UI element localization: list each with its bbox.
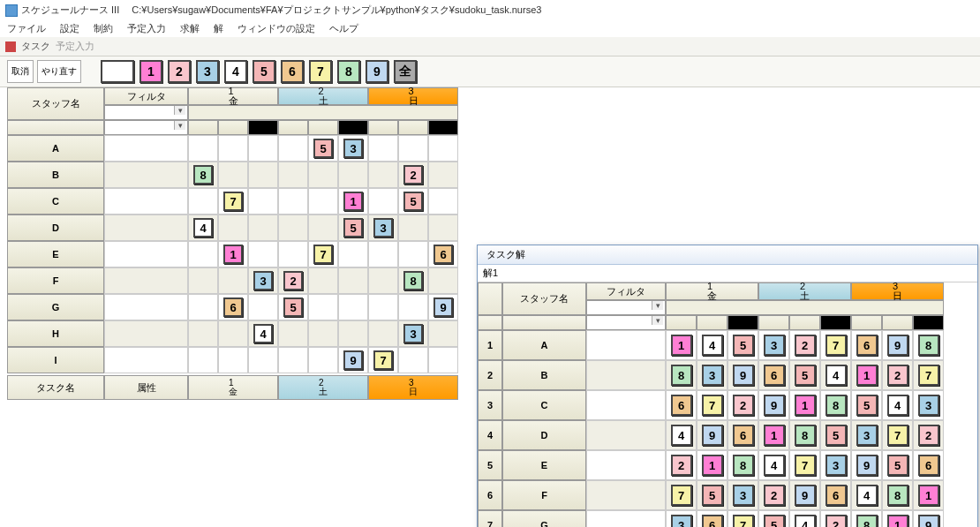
sol-cell-G-4[interactable]: 4	[789, 510, 820, 527]
cell-H-1[interactable]	[218, 320, 248, 347]
cell-C-6[interactable]	[368, 188, 398, 215]
row-filter-B[interactable]	[104, 162, 188, 188]
cell-H-2[interactable]: 4	[248, 320, 278, 347]
sol-cell-A-1[interactable]: 4	[697, 330, 727, 360]
cell-F-2[interactable]: 3	[248, 267, 278, 294]
sol-cell-G-3[interactable]: 5	[758, 510, 789, 527]
sol-row-filter-B[interactable]	[586, 360, 666, 390]
undo-button[interactable]: 取消	[7, 60, 34, 83]
sol-cell-E-7[interactable]: 5	[882, 450, 913, 480]
cell-F-6[interactable]	[368, 267, 398, 294]
sol-row-filter-D[interactable]	[586, 420, 666, 450]
sol-cell-B-2[interactable]: 9	[727, 360, 758, 390]
sol-cell-G-2[interactable]: 7	[727, 510, 758, 527]
cell-A-5[interactable]: 3	[338, 135, 368, 162]
cell-F-3[interactable]: 2	[278, 267, 308, 294]
sol-cell-F-1[interactable]: 5	[697, 480, 727, 510]
sol-cell-C-0[interactable]: 6	[666, 390, 697, 420]
sol-cell-F-2[interactable]: 3	[727, 480, 758, 510]
menu-2[interactable]: 制約	[94, 22, 113, 35]
cell-C-4[interactable]	[308, 188, 338, 215]
sol-row-filter-C[interactable]	[586, 390, 666, 420]
sol-cell-E-4[interactable]: 7	[789, 450, 820, 480]
cell-F-4[interactable]	[308, 267, 338, 294]
sol-cell-F-5[interactable]: 6	[820, 480, 851, 510]
cell-D-2[interactable]	[248, 215, 278, 241]
sol-cell-C-3[interactable]: 9	[758, 390, 789, 420]
cell-A-1[interactable]	[218, 135, 248, 162]
cell-A-8[interactable]	[428, 135, 458, 162]
row-filter-A[interactable]	[104, 135, 188, 162]
sol-cell-F-6[interactable]: 4	[851, 480, 882, 510]
cell-I-2[interactable]	[248, 347, 278, 373]
cell-E-7[interactable]	[398, 241, 428, 267]
sol-cell-G-0[interactable]: 3	[666, 510, 697, 527]
palette-8[interactable]: 8	[337, 60, 360, 83]
sol-cell-D-7[interactable]: 7	[882, 420, 913, 450]
sol-cell-F-3[interactable]: 2	[758, 480, 789, 510]
sol-cell-G-1[interactable]: 6	[697, 510, 727, 527]
cell-C-0[interactable]	[188, 188, 218, 215]
cell-F-0[interactable]	[188, 267, 218, 294]
sol-cell-D-2[interactable]: 6	[727, 420, 758, 450]
cell-G-2[interactable]	[248, 294, 278, 320]
cell-F-5[interactable]	[338, 267, 368, 294]
palette-9[interactable]: 9	[366, 60, 388, 83]
sol-cell-A-8[interactable]: 8	[913, 330, 944, 360]
cell-I-7[interactable]	[398, 347, 428, 373]
cell-G-0[interactable]	[188, 294, 218, 320]
cell-H-7[interactable]: 3	[398, 320, 428, 347]
sol-cell-E-6[interactable]: 9	[851, 450, 882, 480]
sol-cell-B-8[interactable]: 7	[913, 360, 944, 390]
sol-cell-B-7[interactable]: 2	[882, 360, 913, 390]
palette-7[interactable]: 7	[309, 60, 332, 83]
sol-cell-C-8[interactable]: 3	[913, 390, 944, 420]
cell-D-3[interactable]	[278, 215, 308, 241]
filter-dropdown-2[interactable]	[104, 120, 188, 135]
cell-G-6[interactable]	[368, 294, 398, 320]
cell-E-4[interactable]: 7	[308, 241, 338, 267]
sol-row-filter-E[interactable]	[586, 450, 666, 480]
sol-cell-D-0[interactable]: 4	[666, 420, 697, 450]
row-filter-D[interactable]	[104, 215, 188, 241]
cell-I-6[interactable]: 7	[368, 347, 398, 373]
sol-cell-B-1[interactable]: 3	[697, 360, 727, 390]
cell-I-0[interactable]	[188, 347, 218, 373]
cell-B-8[interactable]	[428, 162, 458, 188]
cell-E-0[interactable]	[188, 241, 218, 267]
cell-H-3[interactable]	[278, 320, 308, 347]
sol-cell-B-4[interactable]: 5	[789, 360, 820, 390]
cell-D-6[interactable]: 3	[368, 215, 398, 241]
cell-C-5[interactable]: 1	[338, 188, 368, 215]
cell-H-4[interactable]	[308, 320, 338, 347]
sol-cell-G-6[interactable]: 8	[851, 510, 882, 527]
menu-1[interactable]: 設定	[60, 22, 79, 35]
cell-B-5[interactable]	[338, 162, 368, 188]
cell-E-3[interactable]	[278, 241, 308, 267]
sol-row-filter-F[interactable]	[586, 480, 666, 510]
cell-I-4[interactable]	[308, 347, 338, 373]
sol-cell-C-5[interactable]: 8	[820, 390, 851, 420]
cell-F-1[interactable]	[218, 267, 248, 294]
palette-3[interactable]: 3	[196, 60, 219, 83]
cell-A-6[interactable]	[368, 135, 398, 162]
menu-6[interactable]: ウィンドウの設定	[237, 22, 315, 35]
sol-cell-A-5[interactable]: 7	[820, 330, 851, 360]
cell-G-5[interactable]	[338, 294, 368, 320]
cell-C-2[interactable]	[248, 188, 278, 215]
cell-I-3[interactable]	[278, 347, 308, 373]
tab-schedule-input[interactable]: 予定入力	[56, 40, 94, 53]
sol-cell-E-8[interactable]: 6	[913, 450, 944, 480]
sol-cell-E-0[interactable]: 2	[666, 450, 697, 480]
cell-F-8[interactable]	[428, 267, 458, 294]
sol-cell-E-5[interactable]: 3	[820, 450, 851, 480]
row-filter-G[interactable]	[104, 294, 188, 320]
cell-D-7[interactable]	[398, 215, 428, 241]
sol-cell-B-3[interactable]: 6	[758, 360, 789, 390]
cell-C-7[interactable]: 5	[398, 188, 428, 215]
sol-filter-dropdown-2[interactable]	[586, 315, 666, 330]
sol-cell-D-3[interactable]: 1	[758, 420, 789, 450]
sol-cell-E-2[interactable]: 8	[727, 450, 758, 480]
sol-cell-A-2[interactable]: 5	[727, 330, 758, 360]
sol-cell-D-6[interactable]: 3	[851, 420, 882, 450]
